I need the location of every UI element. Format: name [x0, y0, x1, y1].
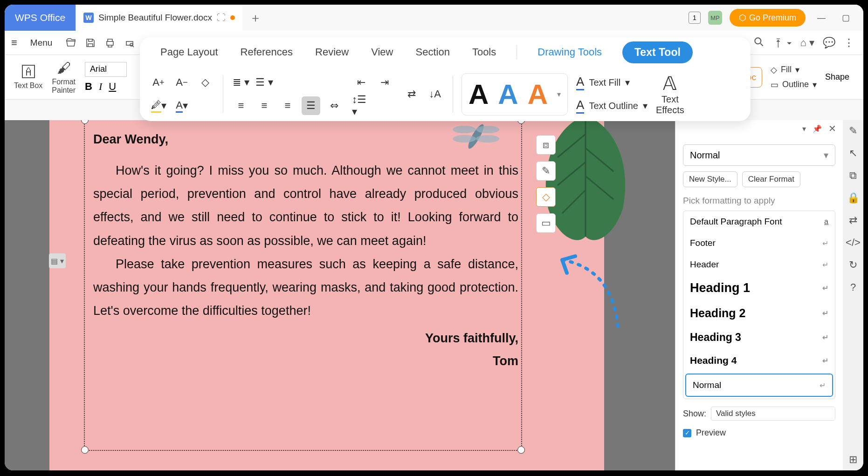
tab-page-layout[interactable]: Page Layout	[158, 43, 220, 61]
window-maximize-button[interactable]: ▢	[837, 9, 854, 26]
chevron-down-icon[interactable]: ▾	[625, 77, 630, 88]
font-color-icon[interactable]: A ▾	[172, 96, 191, 115]
lock-rail-icon[interactable]: 🔒	[847, 192, 860, 204]
print-icon[interactable]	[103, 35, 117, 50]
char-spacing-icon[interactable]: ⇄	[402, 85, 421, 103]
menu-button[interactable]: Menu	[24, 38, 59, 48]
style-footer[interactable]: Footer↵	[683, 232, 835, 254]
text-box-icon[interactable]: 🄰	[22, 64, 35, 80]
increase-indent-icon[interactable]: ⇥	[375, 73, 394, 92]
bold-button[interactable]: B	[85, 81, 92, 93]
style-normal[interactable]: Normal↵	[685, 374, 833, 397]
style-heading-2[interactable]: Heading 2↵	[683, 301, 835, 326]
comment-icon[interactable]: 💬	[823, 37, 835, 49]
go-premium-button[interactable]: ⬡ Go Premium	[730, 9, 806, 27]
grid-rail-icon[interactable]: ⊞	[849, 454, 857, 466]
decrease-font-icon[interactable]: A−	[172, 73, 191, 92]
underline-button[interactable]: U	[109, 81, 116, 93]
resize-handle[interactable]	[81, 446, 89, 454]
avatar[interactable]: MP	[708, 11, 722, 25]
eraser-icon[interactable]: ◇	[196, 73, 214, 92]
text-direction-icon[interactable]: ↓A	[426, 85, 444, 103]
style-header[interactable]: Header↵	[683, 254, 835, 275]
share-icon[interactable]: ⭱ ▾	[773, 37, 792, 49]
page-nav-icon[interactable]: ▤ ▾	[49, 253, 66, 268]
copy-rail-icon[interactable]: ⧉	[849, 170, 857, 182]
hamburger-icon[interactable]: ≡	[5, 37, 24, 49]
text-effects-button[interactable]: 𝔸 Text Effects	[656, 73, 684, 116]
tab-references[interactable]: References	[239, 43, 295, 61]
fill-bucket-icon[interactable]: ◇	[771, 65, 777, 75]
history-rail-icon[interactable]: ↻	[849, 259, 857, 271]
pen-tool-icon[interactable]: ✎	[536, 161, 556, 181]
letter-content: Dear Wendy, How's it going? I miss you s…	[93, 132, 518, 368]
close-icon[interactable]: ✕	[828, 123, 836, 134]
increase-font-icon[interactable]: A+	[149, 73, 168, 92]
font-name-select[interactable]: Arial	[85, 62, 127, 77]
more-icon[interactable]: ⋮	[844, 37, 854, 49]
code-rail-icon[interactable]: </>	[846, 237, 861, 249]
highlight-icon[interactable]: 🖉 ▾	[149, 96, 168, 115]
chevron-down-icon[interactable]: ▾	[643, 100, 648, 111]
wrap-square-icon[interactable]: ⧈	[536, 135, 556, 155]
wordart-gallery[interactable]: A A A ▾	[462, 73, 568, 116]
show-filter-select[interactable]: Valid styles	[711, 407, 835, 421]
resize-handle[interactable]	[517, 446, 525, 454]
search-icon[interactable]	[753, 36, 765, 50]
pin-icon[interactable]: 📌	[813, 124, 822, 133]
style-heading-3[interactable]: Heading 3↵	[683, 326, 835, 349]
tab-app-brand[interactable]: WPS Office	[5, 5, 76, 31]
numbering-icon[interactable]: ☰ ▾	[255, 73, 274, 92]
preview-checkbox[interactable]: ✓	[683, 429, 691, 437]
tab-section[interactable]: Section	[414, 43, 452, 61]
align-center-icon[interactable]: ≡	[255, 96, 274, 115]
bullets-icon[interactable]: ≣ ▾	[232, 73, 250, 92]
tab-review[interactable]: Review	[313, 43, 351, 61]
new-style-button[interactable]: New Style...	[683, 171, 737, 187]
window-minimize-button[interactable]: —	[813, 9, 830, 26]
chevron-down-icon[interactable]: ▾	[813, 80, 817, 90]
edit-rail-icon[interactable]: ✎	[849, 125, 857, 137]
tab-text-tool[interactable]: Text Tool	[622, 41, 693, 63]
style-default-font[interactable]: Default Paragraph Fonta	[683, 211, 835, 232]
style-heading-4[interactable]: Heading 4↵	[683, 349, 835, 372]
notification-badge[interactable]: 1	[689, 12, 701, 24]
text-outline-button[interactable]: A Text Outline▾	[576, 98, 648, 114]
cloud-icon[interactable]: ⌂ ▾	[800, 37, 814, 49]
tab-document[interactable]: W Simple Beautiful Flower.docx ⛶	[76, 5, 242, 31]
shape-fill-icon[interactable]: ◇	[536, 187, 556, 207]
distributed-icon[interactable]: ⇔	[325, 96, 344, 115]
wordart-dropdown-icon[interactable]: ▾	[557, 90, 561, 99]
preview-label: Preview	[696, 428, 726, 438]
decrease-indent-icon[interactable]: ⇤	[352, 73, 371, 92]
present-icon[interactable]: ⛶	[217, 13, 226, 23]
tab-drawing-tools[interactable]: Drawing Tools	[536, 43, 604, 61]
line-spacing-icon[interactable]: ↕☰ ▾	[352, 96, 371, 115]
tab-view[interactable]: View	[369, 43, 395, 61]
tab-add-button[interactable]: ＋	[242, 5, 269, 31]
align-left-icon[interactable]: ≡	[232, 96, 250, 115]
cursor-rail-icon[interactable]: ↖	[849, 147, 857, 159]
italic-button[interactable]: I	[99, 81, 102, 93]
shape-label[interactable]: Shape	[825, 72, 849, 82]
open-icon[interactable]	[63, 35, 78, 50]
print-preview-icon[interactable]	[122, 35, 137, 50]
format-painter-icon[interactable]: 🖌	[57, 60, 71, 76]
clear-format-button[interactable]: Clear Format	[742, 171, 800, 187]
canvas-area[interactable]: ▤ ▾ Dear Wendy, How's it going? I miss y…	[5, 120, 675, 470]
chevron-down-icon[interactable]: ▾	[795, 65, 799, 75]
style-heading-1[interactable]: Heading 1↵	[683, 275, 835, 301]
text-fill-button[interactable]: A Text Fill▾	[576, 75, 648, 90]
outline-box-icon[interactable]: ▭	[771, 80, 778, 90]
current-style-select[interactable]: Normal ▾	[683, 144, 835, 166]
align-justify-icon[interactable]: ☰	[302, 96, 320, 115]
align-right-icon[interactable]: ≡	[278, 96, 297, 115]
save-icon[interactable]	[83, 35, 98, 50]
svg-point-3	[755, 38, 761, 44]
tab-tools[interactable]: Tools	[470, 43, 498, 61]
help-rail-icon[interactable]: ?	[850, 281, 856, 293]
para-icon: ↵	[822, 239, 828, 248]
options-dropdown-icon[interactable]: ▾	[802, 124, 806, 133]
transfer-rail-icon[interactable]: ⇄	[849, 214, 857, 226]
layout-icon[interactable]: ▭	[536, 213, 556, 233]
